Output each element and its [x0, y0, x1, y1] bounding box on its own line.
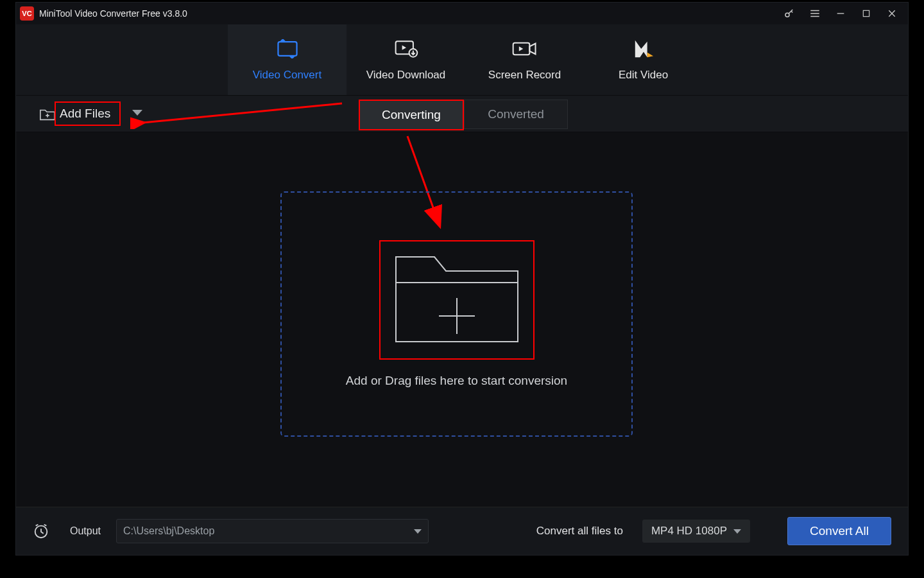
chevron-down-icon[interactable] [132, 109, 142, 119]
record-icon [511, 38, 539, 60]
tab-video-convert[interactable]: Video Convert [228, 24, 346, 95]
window-controls [783, 8, 904, 19]
convert-all-button-label: Convert All [810, 524, 869, 538]
maximize-icon[interactable] [860, 8, 872, 19]
chevron-down-icon [414, 528, 422, 534]
folder-plus-icon[interactable] [39, 107, 55, 121]
drop-zone[interactable]: Add or Drag files here to start conversi… [280, 191, 633, 437]
svg-marker-27 [733, 529, 741, 534]
download-icon [393, 38, 419, 60]
convert-all-label: Convert all files to [536, 525, 623, 538]
close-icon[interactable] [886, 8, 898, 19]
drop-zone-text: Add or Drag files here to start conversi… [346, 374, 567, 388]
clock-icon[interactable] [33, 523, 49, 539]
svg-marker-26 [414, 529, 422, 534]
output-format-select[interactable]: MP4 HD 1080P [642, 520, 750, 543]
convert-all-button[interactable]: Convert All [787, 517, 891, 545]
key-icon[interactable] [783, 8, 795, 19]
svg-marker-17 [132, 110, 142, 116]
chevron-down-icon [733, 528, 741, 534]
window-title: MiniTool Video Converter Free v3.8.0 [39, 8, 187, 19]
add-files-label: Add Files [60, 107, 110, 121]
toolbar: Add Files Converting Converted [16, 96, 908, 132]
tab-label: Converted [488, 107, 544, 121]
svg-point-0 [785, 13, 789, 17]
tab-converted[interactable]: Converted [464, 100, 568, 129]
output-format-value: MP4 HD 1080P [651, 525, 727, 538]
add-files-button[interactable]: Add Files [55, 101, 121, 126]
hamburger-menu-icon[interactable] [809, 8, 821, 19]
annotation-arrow-icon [130, 98, 348, 129]
main-nav: Video Convert Video Download Screen Reco… [16, 24, 908, 96]
titlebar: VC MiniTool Video Converter Free v3.8.0 [16, 3, 908, 24]
convert-icon [275, 38, 300, 60]
svg-rect-8 [278, 42, 296, 56]
svg-marker-10 [402, 46, 406, 50]
nav-label: Video Convert [253, 69, 321, 82]
nav-label: Video Download [366, 69, 446, 82]
add-folder-target[interactable] [379, 240, 535, 360]
sub-tabs: Converting Converted [359, 96, 568, 132]
nav-label: Edit Video [619, 69, 668, 82]
edit-video-icon [633, 38, 654, 60]
tab-converting[interactable]: Converting [359, 100, 464, 130]
tab-screen-record[interactable]: Screen Record [465, 24, 584, 95]
output-path-select[interactable]: C:\Users\bj\Desktop [116, 519, 429, 543]
output-label: Output [70, 525, 101, 537]
tab-edit-video[interactable]: Edit Video [584, 24, 703, 95]
svg-marker-13 [518, 46, 522, 51]
folder-add-icon [389, 245, 524, 355]
bottom-bar: Output C:\Users\bj\Desktop Convert all f… [16, 507, 908, 555]
output-path-value: C:\Users\bj\Desktop [123, 525, 214, 537]
nav-label: Screen Record [488, 69, 561, 82]
tab-label: Converting [382, 108, 441, 122]
svg-line-19 [143, 103, 342, 123]
tab-video-download[interactable]: Video Download [346, 24, 465, 95]
add-files-area: Add Files [39, 101, 142, 126]
content-area: Add or Drag files here to start conversi… [16, 132, 908, 498]
svg-rect-5 [863, 10, 869, 16]
app-logo-icon: VC [20, 6, 34, 21]
svg-marker-14 [647, 53, 653, 58]
app-window: VC MiniTool Video Converter Free v3.8.0 [15, 2, 909, 556]
minimize-icon[interactable] [835, 8, 846, 19]
